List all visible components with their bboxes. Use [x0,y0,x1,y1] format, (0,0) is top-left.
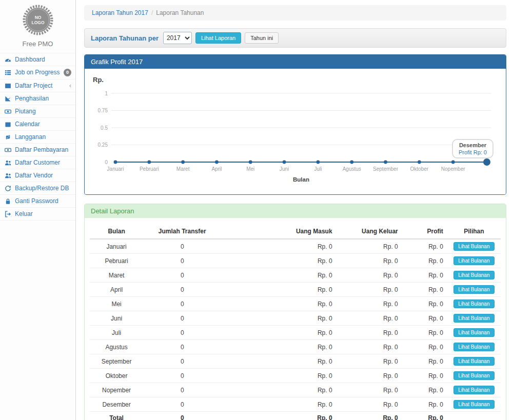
table-cell: Rp. 0 [221,354,336,369]
sidebar-item-daftar-vendor[interactable]: Daftar Vendor [0,169,75,182]
table-cell: 0 [143,412,221,420]
chart-panel-title: Grafik Profit 2017 [85,55,506,69]
table-cell [447,412,501,420]
lihat-bulanan-button[interactable]: Lihat Bulanan [453,256,494,265]
lihat-laporan-button[interactable]: Lihat Laporan [195,32,241,44]
table-cell: Rp. 0 [402,383,447,397]
report-filter-bar: Laporan Tahunan per 2017 Lihat Laporan T… [84,28,506,48]
sidebar-item-daftar-customer[interactable]: Daftar Customer [0,156,75,169]
table-cell: Rp. 0 [337,354,402,369]
tahun-ini-button[interactable]: Tahun ini [245,32,279,44]
table-cell: 0 [143,340,221,354]
table-cell: Rp. 0 [402,326,447,340]
sidebar-item-langganan[interactable]: Langganan [0,130,75,143]
job-count-badge: 0 [64,69,71,76]
table-cell: Juni [90,311,143,326]
table-cell: 0 [143,311,221,326]
table-cell: 0 [143,369,221,383]
table-cell: Rp. 0 [337,326,402,340]
lihat-bulanan-button[interactable]: Lihat Bulanan [453,343,494,351]
table-cell: Mei [90,297,143,311]
sidebar-item-job-on-progress[interactable]: Job on Progress 0 [0,66,75,79]
sidebar-item-dashboard[interactable]: Dashboard [0,53,75,66]
sidebar: NO LOGO Free PMO Dashboard Job on Progre… [0,0,76,420]
money-icon [4,146,11,153]
no-logo-icon: NO LOGO [22,4,54,36]
table-cell: Rp. 0 [221,311,336,326]
sidebar-item-ganti-password[interactable]: Ganti Password [0,194,75,207]
svg-text:Nopember: Nopember [441,166,465,172]
table-cell: Rp. 0 [221,283,336,297]
col-header-profit: Profit [402,224,447,239]
table-cell-action: Lihat Bulanan [447,268,501,283]
table-row: Juli0Rp. 0Rp. 0Rp. 0Lihat Bulanan [90,326,501,340]
lock-icon [4,197,11,205]
table-cell: Oktober [90,369,143,383]
table-cell: Agustus [90,340,143,354]
table-cell: Rp. 0 [402,297,447,311]
sidebar-item-daftar-pembayaran[interactable]: Daftar Pembayaran [0,143,75,156]
table-cell: Rp. 0 [337,340,402,354]
table-cell: Rp. 0 [402,283,447,297]
table-cell-action: Lihat Bulanan [447,254,501,268]
svg-text:Maret: Maret [176,166,190,172]
table-cell-action: Lihat Bulanan [447,383,501,397]
table-cell: Rp. 0 [337,311,402,326]
table-cell: 0 [143,297,221,311]
sidebar-item-calendar[interactable]: Calendar [0,117,75,130]
table-row: Januari0Rp. 0Rp. 0Rp. 0Lihat Bulanan [90,239,501,254]
table-cell: Rp. 0 [402,311,447,326]
svg-text:Januari: Januari [107,166,124,172]
lihat-bulanan-button[interactable]: Lihat Bulanan [453,328,494,337]
table-cell: Rp. 0 [402,354,447,369]
lihat-bulanan-button[interactable]: Lihat Bulanan [453,357,494,366]
col-header-jumlah-transfer: Jumlah Transfer [143,224,221,239]
lihat-bulanan-button[interactable]: Lihat Bulanan [453,242,494,251]
svg-text:NO: NO [34,15,41,20]
lihat-bulanan-button[interactable]: Lihat Bulanan [453,400,494,409]
brand-name: Free PMO [0,40,75,48]
table-row: Maret0Rp. 0Rp. 0Rp. 0Lihat Bulanan [90,268,501,283]
table-icon [4,82,11,89]
table-cell: Rp. 0 [337,254,402,268]
svg-text:September: September [373,166,399,172]
table-cell: Januari [90,239,143,254]
table-cell: Rp. 0 [337,239,402,254]
svg-text:Mei: Mei [246,166,254,172]
detail-panel-body: Bulan Jumlah Transfer Uang Masuk Uang Ke… [85,218,506,420]
table-row: September0Rp. 0Rp. 0Rp. 0Lihat Bulanan [90,354,501,369]
table-cell: Pebruari [90,254,143,268]
lihat-bulanan-button[interactable]: Lihat Bulanan [453,386,494,394]
lihat-bulanan-button[interactable]: Lihat Bulanan [453,371,494,380]
lihat-bulanan-button[interactable]: Lihat Bulanan [453,285,494,294]
sidebar-item-penghasilan[interactable]: Penghasilan [0,92,75,105]
table-cell: Rp. 0 [337,283,402,297]
lihat-bulanan-button[interactable]: Lihat Bulanan [453,299,494,308]
users-icon [4,172,11,179]
svg-text:Agustus: Agustus [343,166,361,172]
table-row: Juni0Rp. 0Rp. 0Rp. 0Lihat Bulanan [90,311,501,326]
lihat-bulanan-button[interactable]: Lihat Bulanan [453,314,494,323]
svg-text:April: April [211,166,222,172]
table-row: Mei0Rp. 0Rp. 0Rp. 0Lihat Bulanan [90,297,501,311]
chart-canvas[interactable]: 00.250.50.751JanuariPebruariMaretAprilMe… [92,85,502,187]
table-cell: 0 [143,354,221,369]
lihat-bulanan-button[interactable]: Lihat Bulanan [453,271,494,279]
table-cell: Rp. 0 [337,383,402,397]
sidebar-item-piutang[interactable]: Piutang [0,105,75,117]
year-select[interactable]: 2017 [163,32,192,44]
retweet-icon [4,133,11,141]
sidebar-menu: Dashboard Job on Progress 0 Daftar Proje… [0,53,75,221]
table-cell-action: Lihat Bulanan [447,311,501,326]
sign-out-icon [4,210,11,217]
sidebar-item-daftar-project[interactable]: Daftar Project ‹ [0,79,75,92]
table-cell: Rp. 0 [337,397,402,412]
sidebar-item-backup-restore-db[interactable]: Backup/Restore DB [0,182,75,194]
table-header-row: Bulan Jumlah Transfer Uang Masuk Uang Ke… [90,224,501,239]
sidebar-item-keluar[interactable]: Keluar [0,207,75,221]
profit-chart-panel: Grafik Profit 2017 Rp. 00.250.50.751Janu… [84,54,506,195]
table-cell: Rp. 0 [337,268,402,283]
y-axis-label: Rp. [93,76,499,84]
calendar-icon [4,121,11,128]
breadcrumb-link[interactable]: Laporan Tahun 2017 [92,9,148,16]
